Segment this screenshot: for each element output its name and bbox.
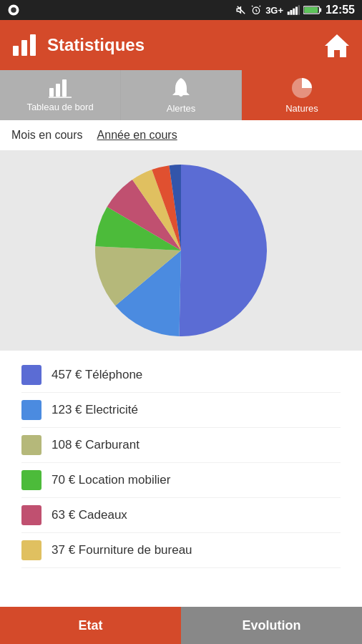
header-left: Statistiques: [11, 31, 145, 59]
legend-text-3: 70 € Location mobilier: [52, 473, 170, 487]
legend-color-0: [21, 365, 41, 385]
legend-color-3: [21, 470, 41, 490]
legend-color-1: [21, 400, 41, 420]
legend-item: 457 € Téléphone: [21, 358, 341, 393]
tab-bar: Tableau de bord Alertes Natures: [0, 70, 362, 120]
legend-item: 37 € Fourniture de bureau: [21, 533, 341, 568]
status-bar: 3G+ 12:55: [0, 0, 362, 20]
status-right: 3G+ 12:55: [235, 4, 355, 16]
svg-rect-20: [49, 88, 54, 97]
tab-natures[interactable]: Natures: [242, 70, 362, 120]
legend-text-1: 123 € Electricité: [52, 403, 138, 417]
svg-line-5: [256, 11, 257, 11]
bottom-btn-etat[interactable]: Etat: [0, 607, 181, 644]
svg-rect-10: [293, 9, 295, 15]
legend-color-4: [21, 505, 41, 525]
svg-rect-21: [56, 84, 60, 97]
legend: 457 € Téléphone 123 € Electricité 108 € …: [0, 351, 362, 575]
tab-natures-label: Natures: [285, 103, 318, 114]
svg-rect-9: [290, 10, 293, 15]
svg-rect-15: [304, 7, 318, 13]
svg-line-6: [252, 6, 253, 6]
legend-text-2: 108 € Carburant: [52, 438, 140, 452]
svg-rect-8: [288, 11, 290, 15]
svg-rect-17: [21, 40, 27, 56]
chart-icon: [49, 78, 72, 98]
chart-area: [0, 150, 362, 351]
tab-tableau-label: Tableau de bord: [26, 102, 93, 112]
signal-icon: [287, 5, 300, 15]
legend-item: 108 € Carburant: [21, 428, 341, 463]
legend-color-5: [21, 540, 41, 560]
battery-icon: [303, 5, 322, 15]
app-icon: [7, 4, 20, 16]
header-title: Statistiques: [47, 35, 145, 55]
legend-item: 123 € Electricité: [21, 393, 341, 428]
svg-rect-18: [30, 34, 36, 56]
svg-point-1: [11, 7, 16, 13]
bottom-nav: Etat Evolution: [0, 607, 362, 644]
header-chart-icon: [11, 31, 39, 59]
svg-rect-16: [13, 46, 19, 56]
svg-marker-19: [325, 34, 349, 57]
mute-icon: [235, 5, 247, 15]
bell-icon: [171, 77, 191, 99]
legend-text-4: 63 € Cadeaux: [52, 508, 127, 522]
svg-rect-14: [320, 8, 322, 11]
legend-item: 70 € Location mobilier: [21, 463, 341, 498]
legend-item: 63 € Cadeaux: [21, 498, 341, 533]
time-display: 12:55: [326, 4, 355, 16]
legend-color-2: [21, 435, 41, 455]
network-indicator: 3G+: [265, 5, 283, 16]
svg-rect-12: [298, 5, 300, 15]
alarm-icon: [250, 4, 262, 16]
pie-chart: [95, 165, 267, 336]
bottom-btn-evolution[interactable]: Evolution: [181, 607, 362, 644]
period-mois[interactable]: Mois en cours: [11, 129, 83, 142]
tab-tableau-de-bord[interactable]: Tableau de bord: [0, 70, 121, 120]
legend-text-5: 37 € Fourniture de bureau: [52, 543, 192, 557]
pie-icon: [290, 77, 313, 99]
svg-rect-11: [295, 7, 298, 15]
header: Statistiques: [0, 20, 362, 70]
svg-line-7: [260, 6, 260, 6]
svg-rect-22: [62, 79, 67, 97]
tab-alertes-label: Alertes: [167, 103, 195, 114]
legend-text-0: 457 € Téléphone: [52, 368, 142, 382]
home-icon[interactable]: [323, 31, 351, 59]
period-annee[interactable]: Année en cours: [97, 129, 177, 142]
period-selector: Mois en cours Année en cours: [0, 120, 362, 150]
tab-alertes[interactable]: Alertes: [121, 70, 242, 120]
status-left: [7, 4, 20, 16]
